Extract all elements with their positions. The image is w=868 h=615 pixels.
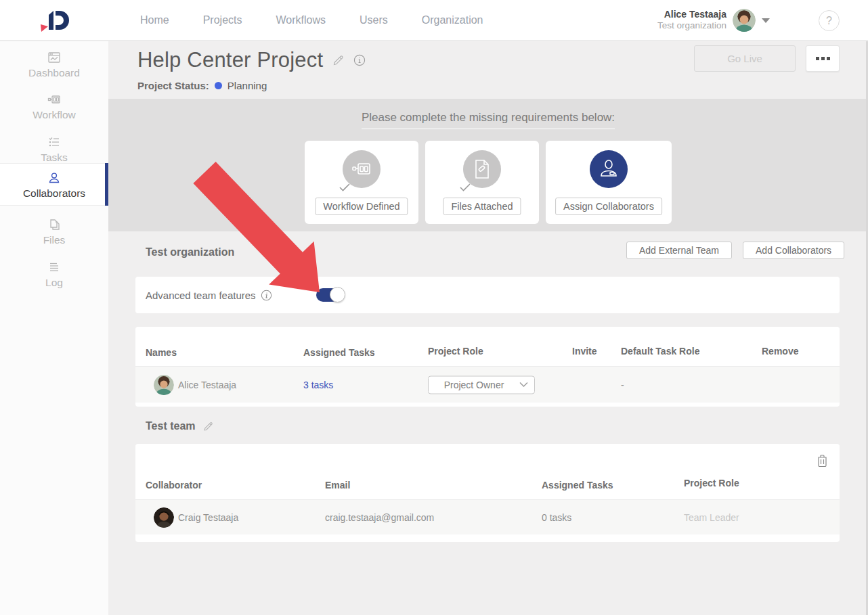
edit-team-button[interactable] — [203, 422, 213, 432]
advanced-features-label: Advanced team features — [146, 290, 256, 301]
requirement-card-assign-collaborators[interactable]: Assign Collaborators — [546, 141, 672, 224]
sidebar-label: Collaborators — [23, 187, 85, 199]
files-icon — [47, 218, 61, 231]
dot — [821, 57, 825, 60]
user-text: Alice Testaaja Test organization — [657, 9, 726, 32]
craig-avatar-image — [154, 507, 174, 528]
collaborator-email: craig.testaaja@gmail.com — [325, 512, 434, 523]
table-row: Craig Testaaja craig.testaaja@gmail.com … — [135, 499, 840, 534]
delete-team-button[interactable] — [817, 454, 827, 469]
project-info-button[interactable] — [353, 54, 366, 66]
app-window: Home Projects Workflows Users Organizati… — [0, 0, 868, 615]
sidebar-item-tasks[interactable]: Tasks — [0, 135, 108, 164]
help-button[interactable]: ? — [819, 10, 840, 31]
status-label: Project Status: — [137, 80, 209, 91]
col-default-task-role: Default Task Role — [621, 346, 699, 357]
dot — [827, 57, 830, 60]
top-navbar: Home Projects Workflows Users Organizati… — [0, 0, 868, 41]
requirements-banner: Please complete the missing requirements… — [108, 99, 868, 231]
user-name: Alice Testaaja — [657, 9, 726, 21]
assigned-tasks-value: 0 tasks — [542, 512, 571, 523]
project-role-value: Team Leader — [684, 512, 739, 523]
page-title: Help Center Project — [137, 48, 323, 72]
check-icon — [459, 183, 471, 192]
requirement-label[interactable]: Assign Collaborators — [555, 198, 662, 215]
requirement-card-files-attached[interactable]: Files Attached — [425, 141, 539, 224]
sidebar-item-collaborators[interactable]: Collaborators — [0, 163, 108, 206]
edit-title-button[interactable] — [332, 55, 344, 66]
sidebar-item-workflow[interactable]: Workflow — [0, 93, 108, 121]
dot — [816, 57, 819, 60]
person-badge-icon — [598, 158, 620, 180]
brand-logo[interactable] — [35, 7, 73, 34]
sidebar: Dashboard Workflow Tasks Collaborators — [0, 41, 108, 615]
logo-one-bar — [49, 11, 53, 30]
alice-avatar-image — [154, 375, 174, 395]
workflow-icon — [47, 93, 61, 106]
sidebar-label: Dashboard — [28, 67, 80, 78]
nav-workflows[interactable]: Workflows — [276, 14, 326, 26]
pencil-icon — [332, 55, 344, 66]
col-remove: Remove — [762, 346, 798, 357]
logo-red-triangle — [41, 24, 48, 32]
toggle-knob[interactable] — [330, 287, 345, 302]
pencil-icon — [203, 422, 213, 432]
col-assigned-tasks: Assigned Tasks — [303, 347, 375, 358]
collaborator-name: Craig Testaaja — [178, 512, 238, 523]
sidebar-item-dashboard[interactable]: Dashboard — [0, 51, 108, 79]
col-email: Email — [325, 480, 350, 491]
status-dot — [215, 82, 222, 89]
col-assigned-tasks: Assigned Tasks — [542, 480, 613, 491]
organization-heading: Test organization — [146, 246, 234, 258]
chevron-down-icon — [519, 382, 528, 388]
more-options-button[interactable] — [806, 45, 840, 72]
add-collaborators-button[interactable]: Add Collaborators — [743, 242, 844, 259]
nav-organization[interactable]: Organization — [422, 14, 483, 26]
avatar — [154, 375, 174, 395]
sidebar-label: Workflow — [32, 109, 75, 120]
col-invite: Invite — [572, 346, 597, 357]
go-live-button[interactable]: Go Live — [694, 45, 796, 72]
user-menu[interactable]: Alice Testaaja Test organization — [657, 0, 770, 41]
col-names: Names — [146, 347, 177, 358]
requirements-message: Please complete the missing requirements… — [362, 111, 615, 129]
col-collaborator: Collaborator — [146, 480, 202, 491]
nav-home[interactable]: Home — [140, 14, 169, 26]
selected-role: Project Owner — [429, 380, 519, 390]
sidebar-label: Log — [45, 277, 63, 288]
sidebar-item-log[interactable]: Log — [0, 260, 108, 289]
requirement-label[interactable]: Files Attached — [443, 198, 521, 215]
collaborators-circle — [590, 150, 628, 188]
trash-icon — [817, 454, 827, 467]
user-organization: Test organization — [657, 20, 726, 32]
dashboard-icon — [47, 51, 61, 64]
sidebar-label: Files — [43, 234, 66, 246]
advanced-features-card: Advanced team features — [135, 277, 840, 313]
col-project-role: Project Role — [684, 478, 739, 488]
primary-nav: Home Projects Workflows Users Organizati… — [140, 0, 483, 41]
avatar — [154, 507, 174, 528]
tasks-icon — [47, 135, 61, 149]
collaborators-icon — [47, 171, 61, 185]
assigned-tasks-link[interactable]: 3 tasks — [303, 380, 333, 390]
members-table: Names Assigned Tasks Project Role Invite… — [135, 327, 840, 407]
default-task-role-value: - — [621, 380, 624, 390]
workflow-icon — [351, 158, 372, 180]
sidebar-item-files[interactable]: Files — [0, 218, 108, 246]
col-project-role: Project Role — [428, 346, 483, 357]
chevron-down-icon[interactable] — [762, 18, 770, 23]
requirement-card-workflow-defined[interactable]: Workflow Defined — [305, 141, 418, 224]
info-icon[interactable] — [261, 290, 272, 301]
nav-projects[interactable]: Projects — [203, 14, 242, 26]
avatar[interactable] — [733, 9, 756, 32]
check-icon — [339, 183, 351, 192]
table-row: Alice Testaaja 3 tasks Project Owner - — [135, 366, 840, 403]
requirement-label[interactable]: Workflow Defined — [315, 198, 408, 215]
nav-users[interactable]: Users — [360, 14, 388, 26]
team-table: Collaborator Email Assigned Tasks Projec… — [135, 444, 840, 542]
add-external-team-button[interactable]: Add External Team — [626, 242, 732, 259]
project-role-select[interactable]: Project Owner — [428, 375, 535, 394]
alice-avatar-image — [733, 9, 756, 32]
logo-d-glyph — [56, 11, 69, 30]
advanced-features-toggle[interactable] — [316, 287, 346, 303]
